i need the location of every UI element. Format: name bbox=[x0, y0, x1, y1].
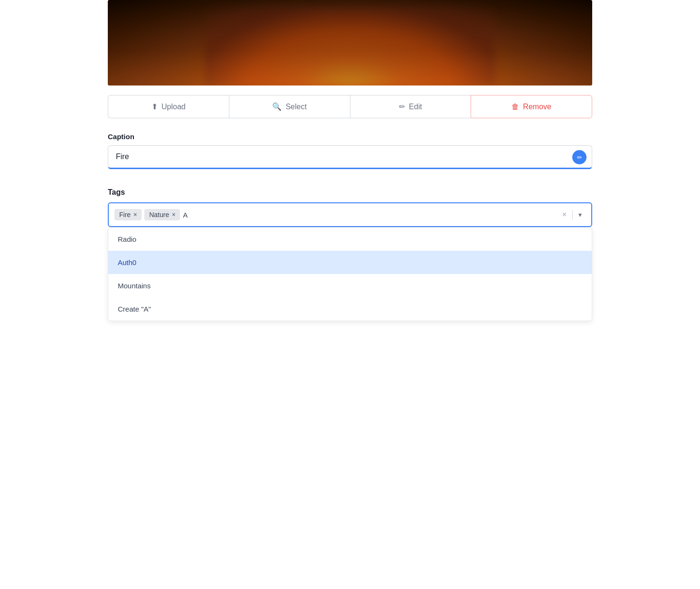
select-label: Select bbox=[285, 103, 306, 111]
action-buttons-group: ⬆ Upload 🔍 Select ✏ Edit 🗑 Remove bbox=[108, 95, 592, 118]
caption-wrapper: ✏ bbox=[108, 145, 592, 169]
caption-section: Caption ✏ bbox=[108, 133, 592, 169]
tags-controls: × ▾ bbox=[558, 209, 586, 221]
dropdown-item-create[interactable]: Create "A" bbox=[108, 297, 592, 321]
upload-icon: ⬆ bbox=[151, 102, 158, 111]
tags-label: Tags bbox=[108, 188, 592, 197]
dropdown-item-mountains[interactable]: Mountains bbox=[108, 274, 592, 297]
dropdown-item-radio[interactable]: Radio bbox=[108, 228, 592, 251]
edit-label: Edit bbox=[409, 103, 422, 111]
fire-image bbox=[108, 0, 592, 86]
search-icon: 🔍 bbox=[272, 102, 282, 111]
dropdown-label-create: Create "A" bbox=[118, 305, 151, 313]
tag-fire-label: Fire bbox=[119, 211, 131, 218]
dropdown-label-mountains: Mountains bbox=[118, 282, 151, 290]
tag-fire-remove[interactable]: × bbox=[133, 211, 137, 218]
caption-label: Caption bbox=[108, 133, 592, 141]
tag-chip-nature: Nature × bbox=[144, 209, 180, 220]
trash-icon: 🗑 bbox=[511, 103, 519, 111]
tags-dropdown-button[interactable]: ▾ bbox=[575, 209, 586, 220]
caption-icon-symbol: ✏ bbox=[577, 154, 582, 161]
tags-section: Tags Fire × Nature × × ▾ bbox=[108, 188, 592, 227]
dropdown-label-radio: Radio bbox=[118, 235, 136, 243]
dropdown-label-auth0: Auth0 bbox=[118, 258, 136, 266]
upload-label: Upload bbox=[161, 103, 186, 111]
edit-icon: ✏ bbox=[399, 102, 405, 111]
edit-button[interactable]: ✏ Edit bbox=[350, 95, 471, 118]
tags-input-container[interactable]: Fire × Nature × × ▾ Rad bbox=[108, 202, 592, 227]
tags-clear-button[interactable]: × bbox=[558, 209, 570, 221]
image-preview bbox=[108, 0, 592, 86]
caption-input[interactable] bbox=[108, 145, 592, 169]
caption-edit-icon: ✏ bbox=[572, 150, 586, 164]
form-section: Caption ✏ Tags Fire × Nature × bbox=[108, 133, 592, 260]
tags-dropdown-menu: Radio Auth0 Mountains Create "A" bbox=[108, 227, 592, 321]
tag-nature-remove[interactable]: × bbox=[172, 211, 175, 218]
remove-label: Remove bbox=[523, 103, 551, 111]
remove-button[interactable]: 🗑 Remove bbox=[471, 95, 592, 118]
tag-nature-label: Nature bbox=[149, 211, 169, 218]
tag-search-input[interactable] bbox=[183, 211, 555, 219]
tags-divider bbox=[572, 210, 573, 219]
tag-chip-fire: Fire × bbox=[114, 209, 142, 220]
upload-button[interactable]: ⬆ Upload bbox=[108, 95, 229, 118]
dropdown-item-auth0[interactable]: Auth0 bbox=[108, 251, 592, 274]
select-button[interactable]: 🔍 Select bbox=[229, 95, 350, 118]
